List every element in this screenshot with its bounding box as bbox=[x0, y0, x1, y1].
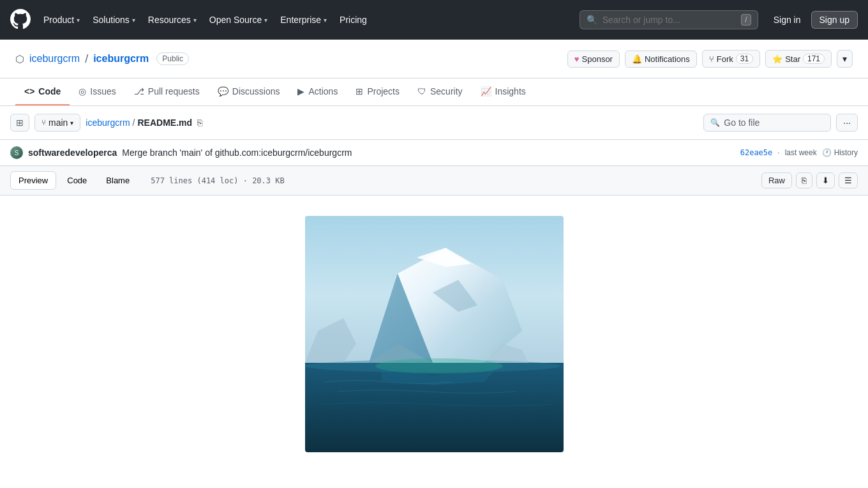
top-nav: Product ▾ Solutions ▾ Resources ▾ Open S… bbox=[0, 0, 868, 40]
fork-icon: ⑂ bbox=[709, 54, 714, 64]
opensource-chevron-icon: ▾ bbox=[264, 17, 267, 24]
search-bar[interactable]: 🔍 / bbox=[580, 10, 758, 29]
branch-icon: ⑂ bbox=[41, 118, 46, 127]
github-logo[interactable] bbox=[10, 9, 31, 31]
breadcrumb: iceburgcrm / README.md ⎘ bbox=[86, 116, 698, 129]
heart-icon: ♥ bbox=[574, 54, 580, 64]
commit-separator: · bbox=[777, 148, 779, 157]
pricing-link[interactable]: Pricing bbox=[334, 12, 372, 27]
raw-button[interactable]: Raw bbox=[761, 172, 792, 188]
repo-nav: <> Code ◎ Issues ⎇ Pull requests 💬 Discu… bbox=[0, 79, 868, 106]
branch-selector[interactable]: ⑂ main ▾ bbox=[34, 114, 80, 132]
insights-icon: 📈 bbox=[481, 86, 491, 96]
go-to-file-input[interactable]: 🔍 Go to file bbox=[703, 114, 831, 132]
list-view-button[interactable]: ☰ bbox=[839, 172, 858, 188]
product-chevron-icon: ▾ bbox=[77, 17, 80, 24]
branch-chevron-icon: ▾ bbox=[70, 119, 73, 126]
tab-pull-requests[interactable]: ⎇ Pull requests bbox=[125, 79, 209, 105]
breadcrumb-repo-link[interactable]: iceburgcrm bbox=[86, 118, 130, 128]
breadcrumb-separator: / bbox=[133, 118, 135, 128]
fork-count: 31 bbox=[736, 54, 753, 64]
file-meta: 577 lines (414 loc) · 20.3 KB bbox=[151, 176, 285, 185]
sidebar-icon: ⊞ bbox=[16, 118, 24, 128]
projects-icon: ⊞ bbox=[355, 86, 363, 96]
svg-point-10 bbox=[375, 358, 503, 374]
opensource-menu[interactable]: Open Source ▾ bbox=[204, 12, 273, 27]
download-button[interactable]: ⬇ bbox=[816, 172, 835, 188]
star-icon: ⭐ bbox=[772, 54, 782, 64]
product-menu[interactable]: Product ▾ bbox=[38, 12, 85, 27]
avatar: S bbox=[10, 146, 23, 159]
pull-request-icon: ⎇ bbox=[134, 86, 144, 96]
security-icon: 🛡 bbox=[417, 86, 426, 96]
tab-actions[interactable]: ▶ Actions bbox=[288, 79, 347, 105]
sponsor-button[interactable]: ♥ Sponsor bbox=[567, 50, 620, 68]
tab-security[interactable]: 🛡 Security bbox=[408, 79, 472, 105]
copy-path-button[interactable]: ⎘ bbox=[195, 116, 205, 129]
signup-button[interactable]: Sign up bbox=[811, 11, 858, 29]
breadcrumb-filename: README.md bbox=[138, 118, 193, 128]
blame-tab[interactable]: Blame bbox=[98, 171, 138, 190]
bell-icon: 🔔 bbox=[632, 54, 642, 64]
preview-tab[interactable]: Preview bbox=[10, 171, 56, 190]
solutions-chevron-icon: ▾ bbox=[132, 17, 135, 24]
ellipsis-icon: ··· bbox=[843, 118, 851, 128]
search-small-icon: 🔍 bbox=[710, 118, 720, 127]
tab-code[interactable]: <> Code bbox=[15, 79, 70, 105]
repo-name-link[interactable]: iceburgcrm bbox=[93, 53, 149, 65]
search-input[interactable] bbox=[602, 15, 737, 25]
enterprise-chevron-icon: ▾ bbox=[324, 17, 327, 24]
repo-breadcrumb-sep: / bbox=[85, 52, 88, 66]
notifications-button[interactable]: 🔔 Notifications bbox=[625, 50, 697, 68]
actions-icon: ▶ bbox=[297, 86, 304, 96]
code-icon: <> bbox=[24, 86, 34, 96]
fork-button[interactable]: ⑂ Fork 31 bbox=[702, 50, 760, 68]
file-view-header: Preview Code Blame 577 lines (414 loc) ·… bbox=[0, 166, 868, 195]
issues-icon: ◎ bbox=[79, 86, 86, 96]
iceberg-illustration bbox=[305, 216, 564, 452]
readme-content bbox=[0, 195, 868, 473]
commit-row: S softwaredeveloperca Merge branch 'main… bbox=[0, 140, 868, 166]
search-icon: 🔍 bbox=[587, 15, 597, 25]
commit-author[interactable]: softwaredeveloperca bbox=[28, 148, 117, 158]
tab-projects[interactable]: ⊞ Projects bbox=[347, 79, 408, 105]
readme-image bbox=[305, 216, 564, 452]
file-header: ⊞ ⑂ main ▾ iceburgcrm / README.md ⎘ 🔍 Go… bbox=[0, 106, 868, 140]
enterprise-menu[interactable]: Enterprise ▾ bbox=[275, 12, 332, 27]
resources-chevron-icon: ▾ bbox=[193, 17, 197, 24]
history-icon: 🕐 bbox=[822, 148, 832, 157]
sidebar-toggle-button[interactable]: ⊞ bbox=[10, 114, 29, 132]
star-count: 171 bbox=[803, 54, 825, 64]
discussions-icon: 💬 bbox=[218, 86, 228, 96]
public-badge: Public bbox=[156, 52, 189, 65]
copy-raw-button[interactable]: ⎘ bbox=[796, 172, 812, 188]
search-shortcut-badge: / bbox=[741, 14, 751, 26]
history-link[interactable]: 🕐 History bbox=[822, 148, 858, 157]
commit-message: Merge branch 'main' of github.com:icebur… bbox=[122, 148, 352, 158]
signin-link[interactable]: Sign in bbox=[774, 15, 801, 25]
commit-time: last week bbox=[785, 148, 817, 157]
more-options-button[interactable]: ··· bbox=[836, 114, 858, 132]
add-star-button[interactable]: ▾ bbox=[837, 50, 853, 68]
tab-issues[interactable]: ◎ Issues bbox=[70, 79, 124, 105]
solutions-menu[interactable]: Solutions ▾ bbox=[87, 12, 140, 27]
code-tab[interactable]: Code bbox=[59, 171, 95, 190]
repo-header: ⬡ iceburgcrm / iceburgcrm Public ♥ Spons… bbox=[0, 40, 868, 79]
commit-hash-link[interactable]: 62eae5e bbox=[740, 148, 773, 157]
resources-menu[interactable]: Resources ▾ bbox=[143, 12, 202, 27]
star-button[interactable]: ⭐ Star 171 bbox=[765, 50, 832, 68]
tab-discussions[interactable]: 💬 Discussions bbox=[209, 79, 289, 105]
repo-type-icon: ⬡ bbox=[15, 53, 24, 65]
repo-owner-link[interactable]: iceburgcrm bbox=[29, 53, 80, 65]
tab-insights[interactable]: 📈 Insights bbox=[472, 79, 535, 105]
